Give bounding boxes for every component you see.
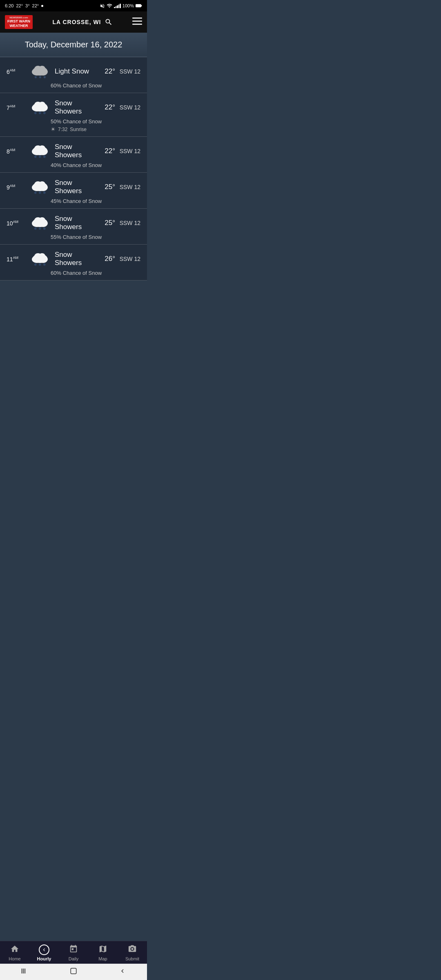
hourly-row[interactable]: 11AM ❄ ❄ ❄ Snow Showers 26° SSW 12 60% C…	[0, 245, 147, 281]
svg-point-9	[39, 66, 45, 71]
row-main: 9AM ❄ ❄ ❄ Snow Showers 25° SSW 12	[7, 178, 140, 196]
app-logo: NEWS8000.com FIRST WARNWEATHER	[5, 15, 33, 29]
row-main: 11AM ❄ ❄ ❄ Snow Showers 26° SSW 12	[7, 250, 140, 267]
condition-text: Snow Showers	[55, 215, 95, 231]
svg-text:❄: ❄	[43, 191, 46, 195]
weather-condition-icon: ❄ ❄ ❄	[29, 214, 51, 232]
weather-condition-icon: ❄ ❄ ❄	[29, 143, 51, 160]
row-main: 6AM ❄ ❄ ❄ Light Snow 22° SSW 12	[7, 63, 140, 80]
search-icon[interactable]	[105, 18, 113, 26]
weather-condition-icon: ❄ ❄ ❄	[29, 63, 51, 80]
temperature: 22°	[99, 67, 115, 76]
condition-text: Light Snow	[55, 67, 95, 76]
logo-top-text: NEWS8000.com	[7, 16, 30, 19]
wind-speed: SSW 12	[119, 104, 140, 111]
svg-text:❄: ❄	[43, 155, 46, 159]
temperature: 22°	[99, 103, 115, 111]
location-text: LA CROSSE, WI	[52, 19, 101, 25]
svg-text:❄: ❄	[43, 263, 46, 267]
weather-condition-icon: ❄ ❄ ❄	[29, 99, 51, 116]
svg-rect-1	[141, 5, 142, 6]
temperature: 25°	[99, 219, 115, 227]
condition-text: Snow Showers	[55, 143, 95, 159]
svg-point-49	[39, 253, 45, 259]
page-title: Today, December 16, 2022	[0, 33, 147, 57]
temperature: 25°	[99, 183, 115, 191]
precip-text: 60% Chance of Snow	[51, 270, 102, 276]
menu-button[interactable]	[132, 18, 142, 27]
wind-speed: SSW 12	[119, 256, 140, 262]
battery-icon	[136, 4, 142, 8]
temperature: 22°	[99, 147, 115, 155]
condition-text: Snow Showers	[55, 251, 95, 267]
svg-rect-3	[132, 20, 142, 22]
app-header: NEWS8000.com FIRST WARNWEATHER LA CROSSE…	[0, 11, 147, 33]
row-main: 7AM ❄ ❄ ❄ Snow Showers 22° SSW 12	[7, 99, 140, 116]
condition-text: Snow Showers	[55, 179, 95, 195]
svg-text:❄: ❄	[38, 263, 42, 267]
svg-point-41	[39, 217, 45, 223]
wifi-icon	[107, 3, 112, 9]
weather-condition-icon: ❄ ❄ ❄	[29, 250, 51, 267]
sunrise-sun-icon: ☀	[51, 126, 56, 132]
hourly-row[interactable]: 8AM ❄ ❄ ❄ Snow Showers 22° SSW 12 40% Ch…	[0, 137, 147, 173]
mute-icon	[100, 3, 105, 9]
weather-condition-icon: ❄ ❄ ❄	[29, 178, 51, 196]
status-temp3: 22°	[32, 3, 39, 8]
location-display: LA CROSSE, WI	[52, 18, 112, 26]
svg-text:❄: ❄	[43, 76, 46, 79]
hourly-list: 6AM ❄ ❄ ❄ Light Snow 22° SSW 12 60% Chan…	[0, 57, 147, 317]
svg-text:❄: ❄	[43, 227, 46, 231]
precip-text: 60% Chance of Snow	[51, 82, 102, 89]
wind-speed: SSW 12	[119, 148, 140, 154]
precipitation-chance: 50% Chance of Snow	[7, 118, 140, 125]
condition-text: Snow Showers	[55, 99, 95, 116]
svg-text:❄: ❄	[34, 155, 37, 159]
hour-time: 11AM	[7, 256, 25, 263]
status-time: 6:20	[5, 3, 13, 8]
hourly-row[interactable]: 6AM ❄ ❄ ❄ Light Snow 22° SSW 12 60% Chan…	[0, 57, 147, 93]
hourly-row[interactable]: 7AM ❄ ❄ ❄ Snow Showers 22° SSW 12 50% Ch…	[0, 93, 147, 137]
status-temp2: 3°	[25, 3, 30, 8]
svg-rect-4	[132, 24, 142, 25]
sunrise-time: 7:32	[58, 127, 67, 132]
row-main: 8AM ❄ ❄ ❄ Snow Showers 22° SSW 12	[7, 143, 140, 160]
precip-text: 40% Chance of Snow	[51, 162, 102, 168]
svg-point-17	[39, 102, 45, 107]
svg-rect-0	[136, 4, 141, 7]
status-dot	[41, 5, 43, 7]
svg-text:❄: ❄	[34, 111, 37, 115]
hour-time: 7AM	[7, 104, 25, 111]
hourly-row[interactable]: 9AM ❄ ❄ ❄ Snow Showers 25° SSW 12 45% Ch…	[0, 173, 147, 209]
precip-text: 50% Chance of Snow	[51, 118, 102, 125]
precipitation-chance: 40% Chance of Snow	[7, 162, 140, 168]
svg-text:❄: ❄	[38, 111, 42, 115]
status-temp1: 22°	[16, 3, 23, 8]
svg-point-33	[39, 181, 45, 187]
status-bar: 6:20 22° 3° 22° 100%	[0, 0, 147, 11]
svg-text:❄: ❄	[43, 111, 46, 115]
precip-text: 55% Chance of Snow	[51, 234, 102, 240]
row-main: 10AM ❄ ❄ ❄ Snow Showers 25° SSW 12	[7, 214, 140, 232]
wind-speed: SSW 12	[119, 220, 140, 226]
svg-text:❄: ❄	[34, 191, 37, 195]
precipitation-chance: 45% Chance of Snow	[7, 198, 140, 204]
svg-text:❄: ❄	[38, 227, 42, 231]
hour-time: 6AM	[7, 68, 25, 75]
sunrise-info: ☀ 7:32 Sunrise	[7, 126, 140, 132]
logo-main-text: FIRST WARNWEATHER	[7, 19, 30, 28]
signal-bars	[114, 3, 121, 8]
hour-time: 9AM	[7, 184, 25, 191]
precipitation-chance: 55% Chance of Snow	[7, 234, 140, 240]
precip-text: 45% Chance of Snow	[51, 198, 102, 204]
temperature: 26°	[99, 255, 115, 263]
wind-speed: SSW 12	[119, 184, 140, 190]
svg-text:❄: ❄	[34, 227, 37, 231]
svg-text:❄: ❄	[38, 191, 42, 195]
hourly-row[interactable]: 10AM ❄ ❄ ❄ Snow Showers 25° SSW 12 55% C…	[0, 209, 147, 245]
svg-text:❄: ❄	[34, 263, 37, 267]
svg-point-25	[39, 145, 45, 151]
svg-text:❄: ❄	[34, 76, 37, 79]
battery-percent: 100%	[122, 3, 134, 8]
svg-text:❄: ❄	[38, 155, 42, 159]
